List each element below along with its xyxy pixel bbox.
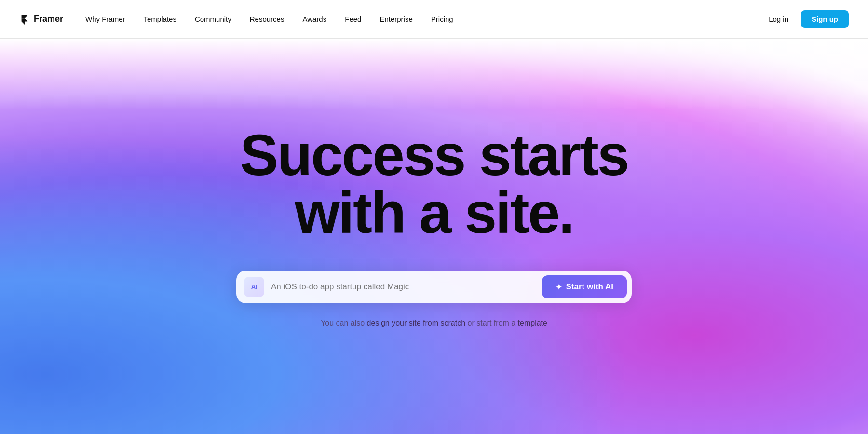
brand-name: Framer (34, 14, 63, 24)
nav-logo[interactable]: Framer (19, 14, 63, 25)
nav-link-pricing[interactable]: Pricing (423, 11, 461, 27)
navbar: Framer Why Framer Templates Community Re… (0, 0, 868, 39)
nav-link-templates[interactable]: Templates (136, 11, 184, 27)
hero-title-line2: with a site. (295, 180, 573, 245)
nav-link-resources[interactable]: Resources (242, 11, 292, 27)
design-from-scratch-link[interactable]: design your site from scratch (367, 319, 466, 327)
hero-content: Success starts with a site. AI ✦ Start w… (236, 126, 632, 347)
signup-button[interactable]: Sign up (801, 10, 849, 28)
subtitle-text: You can also (321, 319, 366, 327)
nav-links: Why Framer Templates Community Resources… (78, 11, 761, 27)
nav-link-awards[interactable]: Awards (295, 11, 334, 27)
ai-input-wrapper: AI ✦ Start with AI (236, 271, 632, 303)
nav-link-community[interactable]: Community (187, 11, 239, 27)
login-link[interactable]: Log in (761, 11, 796, 27)
nav-link-feed[interactable]: Feed (337, 11, 369, 27)
nav-actions: Log in Sign up (761, 10, 849, 28)
sparkle-icon: ✦ (556, 283, 562, 292)
template-link[interactable]: template (518, 319, 547, 327)
ai-prompt-input[interactable] (271, 282, 542, 292)
nav-link-enterprise[interactable]: Enterprise (372, 11, 420, 27)
ai-start-button[interactable]: ✦ Start with AI (542, 275, 627, 298)
hero-subtitle: You can also design your site from scrat… (321, 319, 547, 327)
ai-icon-wrap: AI (244, 277, 264, 297)
hero-title-line1: Success starts (240, 122, 628, 187)
hero-title: Success starts with a site. (240, 126, 628, 242)
ai-icon: AI (251, 283, 258, 291)
nav-link-why-framer[interactable]: Why Framer (78, 11, 133, 27)
hero-section: Success starts with a site. AI ✦ Start w… (0, 39, 868, 434)
subtitle-middle: or start from a (468, 319, 518, 327)
ai-start-label: Start with AI (566, 282, 613, 292)
